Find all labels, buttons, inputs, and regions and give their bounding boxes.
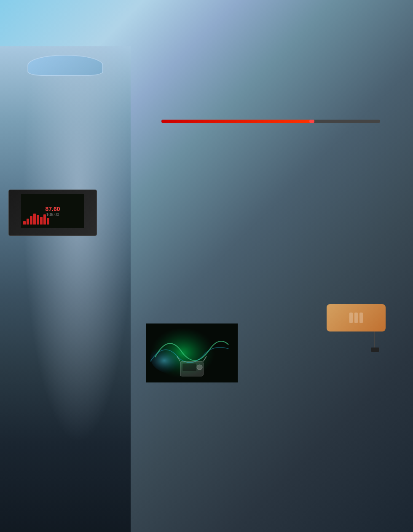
dab-plug bbox=[371, 348, 379, 352]
dab-box-strip-2 bbox=[354, 313, 358, 323]
car-radio-screen: 87.60 106.00 bbox=[21, 194, 84, 228]
car-dashboard-simulation: 87.60 106.00 bbox=[0, 46, 131, 532]
equalizer-bars bbox=[23, 214, 49, 225]
eq-bar-5 bbox=[37, 215, 39, 225]
eq-bar-7 bbox=[43, 214, 46, 225]
eq-bar-6 bbox=[40, 217, 43, 225]
svg-rect-4 bbox=[182, 364, 196, 371]
dab-box-body bbox=[327, 304, 386, 331]
volume-fill bbox=[161, 120, 314, 123]
eq-bar-4 bbox=[33, 214, 36, 225]
dab-visual-area bbox=[146, 323, 238, 382]
volume-thumb bbox=[309, 120, 314, 123]
rearview-mirror bbox=[27, 55, 103, 76]
eq-bar-2 bbox=[27, 219, 29, 225]
eq-bar-8 bbox=[47, 218, 49, 225]
eq-bar-1 bbox=[23, 221, 26, 225]
dab-box-strip-1 bbox=[349, 313, 353, 323]
car-radio-unit: 87.60 106.00 bbox=[8, 190, 97, 236]
dab-wave-art bbox=[146, 323, 238, 382]
dab-cable bbox=[374, 331, 375, 348]
left-panel: 87.60 106.00 bbox=[0, 46, 131, 532]
dab-box-strip-3 bbox=[359, 313, 363, 323]
dab-box-visual-area bbox=[314, 304, 398, 372]
volume-track[interactable] bbox=[161, 120, 380, 123]
eq-bar-3 bbox=[30, 216, 32, 225]
svg-point-5 bbox=[197, 365, 202, 370]
